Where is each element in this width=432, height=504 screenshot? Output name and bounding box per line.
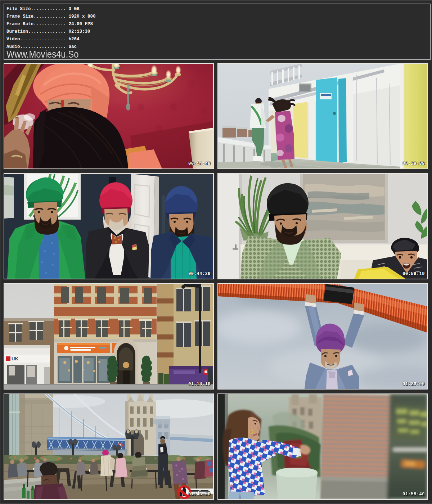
svg-text:UK: UK [12, 356, 18, 361]
